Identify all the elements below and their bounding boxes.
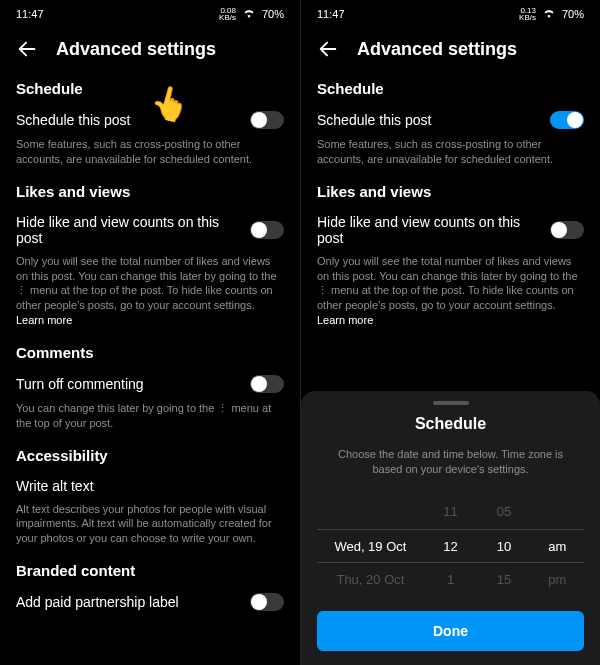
picker-ampm-col[interactable]: am pm xyxy=(531,495,584,597)
schedule-helper: Some features, such as cross-posting to … xyxy=(317,137,584,167)
picker-min-selected[interactable]: 10 xyxy=(477,529,530,563)
picker-date-col[interactable]: Wed, 19 Oct Thu, 20 Oct xyxy=(317,495,424,597)
status-bar: 11:47 0.13KB/s 70% xyxy=(301,0,600,28)
picker-date-selected[interactable]: Wed, 19 Oct xyxy=(317,529,424,563)
clock: 11:47 xyxy=(317,8,345,20)
picker-ampm-next[interactable]: pm xyxy=(531,563,584,597)
paid-partnership-label: Add paid partnership label xyxy=(16,594,250,610)
picker-hour-selected[interactable]: 12 xyxy=(424,529,477,563)
picker-min-prev[interactable]: 05 xyxy=(477,495,530,529)
row-schedule-post[interactable]: Schedule this post xyxy=(16,111,284,129)
page-title: Advanced settings xyxy=(56,39,216,60)
back-arrow-icon[interactable] xyxy=(16,38,38,60)
section-schedule: Schedule xyxy=(16,80,284,97)
page-title: Advanced settings xyxy=(357,39,517,60)
hide-counts-label: Hide like and view counts on this post xyxy=(317,214,550,246)
schedule-helper: Some features, such as cross-posting to … xyxy=(16,137,284,167)
screen-left: 11:47 0.08KB/s 70% Advanced settings Sch… xyxy=(0,0,300,665)
row-schedule-post[interactable]: Schedule this post xyxy=(317,111,584,129)
hide-counts-label: Hide like and view counts on this post xyxy=(16,214,250,246)
section-comments: Comments xyxy=(16,344,284,361)
section-accessibility: Accessibility xyxy=(16,447,284,464)
sheet-title: Schedule xyxy=(317,415,584,433)
row-write-alt-text[interactable]: Write alt text xyxy=(16,478,284,494)
datetime-picker[interactable]: Wed, 19 Oct Thu, 20 Oct 11 12 1 05 10 15… xyxy=(317,495,584,597)
screen-right: 11:47 0.13KB/s 70% Advanced settings Sch… xyxy=(300,0,600,665)
commenting-label: Turn off commenting xyxy=(16,376,250,392)
battery-text: 70% xyxy=(262,8,284,20)
schedule-bottom-sheet: Schedule Choose the date and time below.… xyxy=(301,391,600,665)
likes-helper: Only you will see the total number of li… xyxy=(16,254,284,328)
sheet-helper: Choose the date and time below. Time zon… xyxy=(317,447,584,477)
content: Schedule Schedule this post Some feature… xyxy=(0,74,300,665)
section-schedule: Schedule xyxy=(317,80,584,97)
back-arrow-icon[interactable] xyxy=(317,38,339,60)
picker-date-next[interactable]: Thu, 20 Oct xyxy=(317,563,424,597)
picker-ampm-prev[interactable] xyxy=(531,495,584,529)
wifi-icon xyxy=(542,8,556,20)
picker-minute-col[interactable]: 05 10 15 xyxy=(477,495,530,597)
learn-more-link[interactable]: Learn more xyxy=(317,314,373,326)
hide-counts-toggle[interactable] xyxy=(250,221,284,239)
row-turn-off-commenting[interactable]: Turn off commenting xyxy=(16,375,284,393)
picker-ampm-selected[interactable]: am xyxy=(531,529,584,563)
row-hide-counts[interactable]: Hide like and view counts on this post xyxy=(317,214,584,246)
network-speed: 0.08KB/s xyxy=(219,7,236,21)
status-bar: 11:47 0.08KB/s 70% xyxy=(0,0,300,28)
battery-text: 70% xyxy=(562,8,584,20)
section-likes: Likes and views xyxy=(317,183,584,200)
schedule-label: Schedule this post xyxy=(16,112,250,128)
schedule-label: Schedule this post xyxy=(317,112,550,128)
paid-partnership-toggle[interactable] xyxy=(250,593,284,611)
commenting-toggle[interactable] xyxy=(250,375,284,393)
section-likes: Likes and views xyxy=(16,183,284,200)
header: Advanced settings xyxy=(0,28,300,74)
header: Advanced settings xyxy=(301,28,600,74)
clock: 11:47 xyxy=(16,8,44,20)
row-hide-counts[interactable]: Hide like and view counts on this post xyxy=(16,214,284,246)
picker-hour-next[interactable]: 1 xyxy=(424,563,477,597)
sheet-handle[interactable] xyxy=(433,401,469,405)
wifi-icon xyxy=(242,8,256,20)
learn-more-link[interactable]: Learn more xyxy=(16,314,72,326)
hide-counts-toggle[interactable] xyxy=(550,221,584,239)
alt-text-label: Write alt text xyxy=(16,478,284,494)
picker-min-next[interactable]: 15 xyxy=(477,563,530,597)
content: Schedule Schedule this post Some feature… xyxy=(301,74,600,665)
done-button[interactable]: Done xyxy=(317,611,584,651)
comments-helper: You can change this later by going to th… xyxy=(16,401,284,431)
picker-date-prev[interactable] xyxy=(317,495,424,529)
likes-helper: Only you will see the total number of li… xyxy=(317,254,584,328)
schedule-toggle[interactable] xyxy=(250,111,284,129)
row-paid-partnership[interactable]: Add paid partnership label xyxy=(16,593,284,611)
network-speed: 0.13KB/s xyxy=(519,7,536,21)
picker-hour-col[interactable]: 11 12 1 xyxy=(424,495,477,597)
accessibility-helper: Alt text describes your photos for peopl… xyxy=(16,502,284,547)
schedule-toggle[interactable] xyxy=(550,111,584,129)
picker-hour-prev[interactable]: 11 xyxy=(424,495,477,529)
section-branded: Branded content xyxy=(16,562,284,579)
